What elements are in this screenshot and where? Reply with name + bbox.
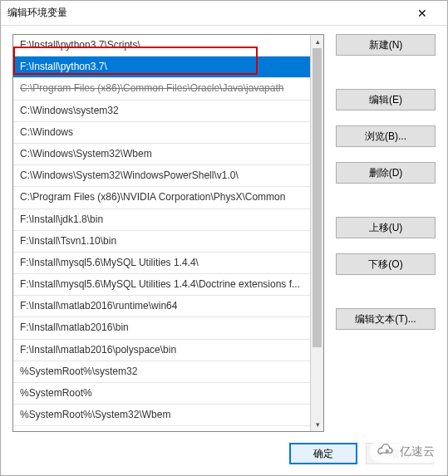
list-item[interactable]: F:\Install\jdk1.8\bin xyxy=(13,209,310,231)
list-item[interactable]: C:\Windows\System32\Wbem xyxy=(13,144,310,165)
list-item[interactable]: %SYSTEMROOT%\System32\WindowsPowerShell\… xyxy=(13,426,310,431)
move-down-button[interactable]: 下移(O) xyxy=(336,253,436,275)
edit-text-button[interactable]: 编辑文本(T)... xyxy=(336,308,436,330)
list-item[interactable]: F:\Install\matlab2016\bin xyxy=(13,317,310,339)
cancel-button[interactable]: 取消 xyxy=(366,443,434,464)
edit-button[interactable]: 编辑(E) xyxy=(336,89,436,110)
list-item[interactable]: F:\Install\matlab2016\polyspace\bin xyxy=(13,340,310,361)
buttons-column: 新建(N) 编辑(E) 浏览(B)... 删除(D) 上移(U) 下移(O) 编… xyxy=(336,34,436,432)
list-item[interactable]: F:\Install\mysql5.6\MySQL Utilities 1.4.… xyxy=(13,253,310,274)
list-item[interactable]: C:\Windows\System32\WindowsPowerShell\v1… xyxy=(13,165,310,187)
scroll-up-arrow-icon[interactable]: ▴ xyxy=(311,35,324,48)
list-item[interactable]: C:\Program Files (x86)\Common Files\Orac… xyxy=(13,78,310,100)
edit-env-dialog: 编辑环境变量 ✕ F:\Install\python3.7\Scripts\F:… xyxy=(0,0,448,476)
list-item[interactable]: C:\Program Files (x86)\NVIDIA Corporatio… xyxy=(13,187,310,209)
list-item[interactable]: C:\Windows\system32 xyxy=(13,101,310,122)
list-item[interactable]: %SystemRoot%\System32\Wbem xyxy=(13,405,310,426)
move-up-button[interactable]: 上移(U) xyxy=(336,217,436,238)
close-icon: ✕ xyxy=(417,7,427,20)
scrollbar[interactable]: ▴ ▾ xyxy=(310,35,323,431)
list-item[interactable]: %SystemRoot% xyxy=(13,383,310,405)
list-item[interactable]: F:\Install\python3.7\ xyxy=(13,56,310,78)
path-listbox[interactable]: F:\Install\python3.7\Scripts\F:\Install\… xyxy=(12,34,324,432)
window-title: 编辑环境变量 xyxy=(7,6,403,20)
dialog-footer: 确定 取消 xyxy=(1,432,447,475)
titlebar: 编辑环境变量 ✕ xyxy=(1,1,447,26)
delete-button[interactable]: 删除(D) xyxy=(336,162,436,184)
scroll-down-arrow-icon[interactable]: ▾ xyxy=(311,418,324,431)
list-item[interactable]: F:\Install\python3.7\Scripts\ xyxy=(13,35,310,56)
new-button[interactable]: 新建(N) xyxy=(336,34,436,56)
list-item[interactable]: F:\Install\matlab2016\runtime\win64 xyxy=(13,296,310,317)
close-button[interactable]: ✕ xyxy=(403,7,441,20)
ok-button[interactable]: 确定 xyxy=(289,443,357,464)
scrollbar-thumb[interactable] xyxy=(313,48,322,347)
list-item[interactable]: F:\Install\mysql5.6\MySQL Utilities 1.4.… xyxy=(13,274,310,296)
list-item[interactable]: %SystemRoot%\system32 xyxy=(13,361,310,383)
browse-button[interactable]: 浏览(B)... xyxy=(336,125,436,147)
list-item[interactable]: C:\Windows xyxy=(13,122,310,144)
list-item[interactable]: F:\Install\Tsvn1.10\bin xyxy=(13,231,310,253)
